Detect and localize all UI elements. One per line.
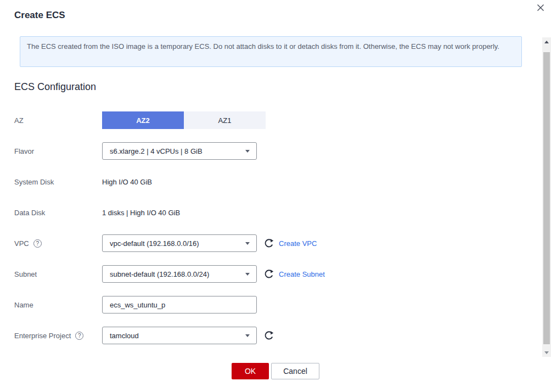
ecs-config-form: AZ AZ2 AZ1 Flavor s6.xlarge.2 | 4 vCPUs … bbox=[14, 111, 551, 344]
form-row-system-disk: System Disk High I/O 40 GiB bbox=[14, 173, 551, 191]
enterprise-project-help-icon[interactable]: ? bbox=[75, 332, 83, 340]
dialog-footer: OK Cancel bbox=[0, 363, 551, 379]
scroll-up-icon bbox=[544, 41, 549, 43]
name-label: Name bbox=[14, 301, 33, 309]
az-label: AZ bbox=[14, 116, 24, 125]
form-row-flavor: Flavor s6.xlarge.2 | 4 vCPUs | 8 GiB bbox=[14, 142, 551, 160]
banner-text: The ECS created from the ISO image is a … bbox=[27, 42, 499, 51]
chevron-down-icon bbox=[245, 273, 250, 276]
enterprise-project-label: Enterprise Project bbox=[14, 332, 71, 340]
az-option-az2[interactable]: AZ2 bbox=[102, 111, 184, 129]
form-row-vpc: VPC ? vpc-default (192.168.0.0/16) Creat… bbox=[14, 234, 551, 252]
az-segmented-control: AZ2 AZ1 bbox=[102, 111, 266, 129]
subnet-selected-value: subnet-default (192.168.0.0/24) bbox=[110, 270, 209, 278]
enterprise-project-selected-value: tamcloud bbox=[110, 332, 139, 340]
enterprise-project-refresh-button[interactable] bbox=[263, 330, 274, 341]
scroll-down-icon bbox=[544, 351, 549, 354]
refresh-icon bbox=[264, 331, 274, 340]
dialog-header: Create ECS bbox=[0, 0, 551, 21]
flavor-selected-value: s6.xlarge.2 | 4 vCPUs | 8 GiB bbox=[110, 147, 203, 155]
ok-button[interactable]: OK bbox=[232, 363, 269, 379]
chevron-down-icon bbox=[245, 150, 250, 153]
dialog-title: Create ECS bbox=[14, 10, 65, 20]
form-row-az: AZ AZ2 AZ1 bbox=[14, 111, 551, 129]
form-row-enterprise-project: Enterprise Project ? tamcloud bbox=[14, 327, 551, 344]
subnet-label: Subnet bbox=[14, 270, 37, 278]
data-disk-label: Data Disk bbox=[14, 209, 45, 217]
section-heading: ECS Configuration bbox=[14, 81, 551, 93]
flavor-select[interactable]: s6.xlarge.2 | 4 vCPUs | 8 GiB bbox=[102, 142, 257, 160]
vpc-help-icon[interactable]: ? bbox=[33, 239, 42, 248]
az-option-az1[interactable]: AZ1 bbox=[184, 111, 266, 129]
vpc-refresh-button[interactable] bbox=[263, 238, 274, 249]
refresh-icon bbox=[264, 238, 274, 248]
form-row-subnet: Subnet subnet-default (192.168.0.0/24) C… bbox=[14, 265, 551, 283]
chevron-down-icon bbox=[245, 242, 250, 245]
form-row-name: Name bbox=[14, 296, 551, 313]
scrollbar-thumb[interactable] bbox=[543, 52, 550, 344]
vpc-select[interactable]: vpc-default (192.168.0.0/16) bbox=[102, 234, 257, 252]
vertical-scrollbar[interactable] bbox=[542, 37, 551, 357]
create-vpc-link[interactable]: Create VPC bbox=[279, 239, 317, 248]
subnet-refresh-button[interactable] bbox=[263, 268, 274, 279]
subnet-select[interactable]: subnet-default (192.168.0.0/24) bbox=[102, 265, 257, 283]
vpc-label: VPC bbox=[14, 239, 29, 248]
enterprise-project-select[interactable]: tamcloud bbox=[102, 327, 257, 344]
create-subnet-link[interactable]: Create Subnet bbox=[279, 270, 325, 278]
system-disk-label: System Disk bbox=[14, 178, 54, 186]
refresh-icon bbox=[264, 269, 274, 279]
data-disk-value: 1 disks | High I/O 40 GiB bbox=[102, 209, 180, 217]
scrollbar-up-button[interactable] bbox=[542, 37, 551, 46]
name-input[interactable] bbox=[102, 296, 257, 313]
close-icon bbox=[536, 3, 545, 12]
close-button[interactable] bbox=[535, 2, 547, 14]
form-row-data-disk: Data Disk 1 disks | High I/O 40 GiB bbox=[14, 204, 551, 221]
chevron-down-icon bbox=[245, 334, 250, 337]
cancel-button[interactable]: Cancel bbox=[271, 363, 319, 379]
system-disk-value: High I/O 40 GiB bbox=[102, 178, 152, 186]
flavor-label: Flavor bbox=[14, 147, 34, 155]
vpc-selected-value: vpc-default (192.168.0.0/16) bbox=[110, 239, 199, 248]
scrollbar-down-button[interactable] bbox=[542, 348, 551, 357]
iso-warning-banner: The ECS created from the ISO image is a … bbox=[20, 36, 522, 67]
